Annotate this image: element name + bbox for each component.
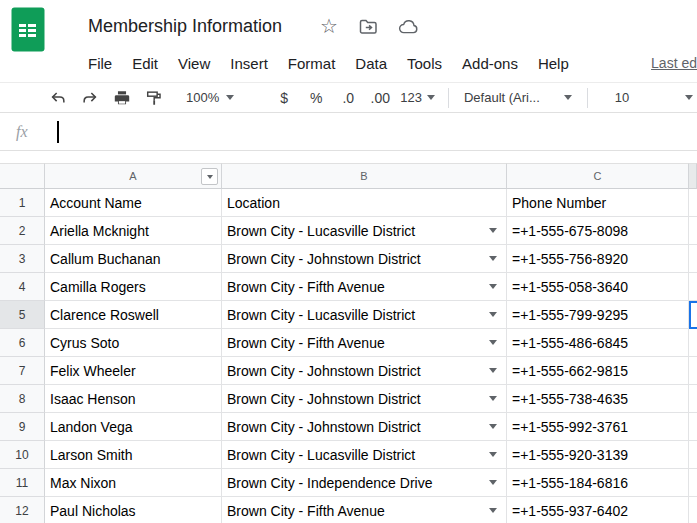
dropdown-arrow-icon[interactable] (489, 340, 497, 345)
cell-d-partial[interactable] (689, 217, 697, 245)
cell-name[interactable]: Landon Vega (45, 413, 222, 441)
cell-name[interactable]: Paul Nicholas (45, 497, 222, 523)
redo-button[interactable] (78, 86, 102, 110)
menu-format[interactable]: Format (278, 55, 346, 72)
cell-phone[interactable]: =+1-555-675-8098 (507, 217, 689, 245)
dropdown-arrow-icon[interactable] (489, 284, 497, 289)
row-header[interactable]: 7 (0, 357, 45, 385)
cell-phone[interactable]: =+1-555-992-3761 (507, 413, 689, 441)
row-header[interactable]: 10 (0, 441, 45, 469)
cell-location[interactable]: Brown City - Lucasville District (222, 217, 507, 245)
dropdown-arrow-icon[interactable] (489, 312, 497, 317)
cell-location[interactable]: Brown City - Fifth Avenue (222, 273, 507, 301)
cell-d-partial[interactable] (689, 413, 697, 441)
cell-d-partial[interactable] (689, 357, 697, 385)
cell-name[interactable]: Clarence Roswell (45, 301, 222, 329)
cell-d-partial[interactable] (689, 497, 697, 523)
dropdown-arrow-icon[interactable] (489, 368, 497, 373)
row-header[interactable]: 12 (0, 497, 45, 523)
cell-name[interactable]: Felix Wheeler (45, 357, 222, 385)
last-edit-link[interactable]: Last ed (651, 55, 697, 71)
cell-phone[interactable]: =+1-555-058-3640 (507, 273, 689, 301)
font-size-dropdown-arrow-icon[interactable] (685, 95, 693, 100)
row-header[interactable]: 3 (0, 245, 45, 273)
cell-location[interactable]: Brown City - Johnstown District (222, 357, 507, 385)
format-currency-button[interactable]: $ (272, 86, 296, 110)
cell-location[interactable]: Brown City - Independence Drive (222, 469, 507, 497)
formula-input[interactable] (28, 113, 697, 150)
dropdown-arrow-icon[interactable] (489, 508, 497, 513)
cell-name[interactable]: Camilla Rogers (45, 273, 222, 301)
filter-button[interactable] (201, 168, 218, 185)
dropdown-arrow-icon[interactable] (489, 480, 497, 485)
cell-location[interactable]: Brown City - Lucasville District (222, 441, 507, 469)
column-header-b[interactable]: B (222, 163, 507, 189)
cell-d-partial[interactable] (689, 441, 697, 469)
font-size-select[interactable]: 10 (611, 86, 633, 110)
cell-name[interactable]: Callum Buchanan (45, 245, 222, 273)
move-folder-icon[interactable] (358, 16, 378, 36)
cell-location[interactable]: Location (222, 189, 507, 217)
row-header[interactable]: 6 (0, 329, 45, 357)
dropdown-arrow-icon[interactable] (489, 256, 497, 261)
cell-name[interactable]: Larson Smith (45, 441, 222, 469)
cell-name[interactable]: Cyrus Soto (45, 329, 222, 357)
format-percent-button[interactable]: % (304, 86, 328, 110)
cell-d-partial[interactable] (689, 329, 697, 357)
paint-format-button[interactable] (142, 86, 166, 110)
dropdown-arrow-icon[interactable] (489, 452, 497, 457)
column-header-a[interactable]: A (45, 163, 222, 189)
cell-phone[interactable]: =+1-555-486-6845 (507, 329, 689, 357)
column-header-c[interactable]: C (507, 163, 689, 189)
cell-d-partial[interactable] (689, 245, 697, 273)
menu-data[interactable]: Data (345, 55, 397, 72)
menu-edit[interactable]: Edit (122, 55, 168, 72)
cell-phone[interactable]: =+1-555-920-3139 (507, 441, 689, 469)
zoom-select[interactable]: 100% (186, 86, 234, 110)
cell-location[interactable]: Brown City - Fifth Avenue (222, 497, 507, 523)
dropdown-arrow-icon[interactable] (489, 424, 497, 429)
cell-location[interactable]: Brown City - Johnstown District (222, 385, 507, 413)
cell-phone[interactable]: =+1-555-738-4635 (507, 385, 689, 413)
cell-phone[interactable]: =+1-555-184-6816 (507, 469, 689, 497)
row-header[interactable]: 4 (0, 273, 45, 301)
cell-name[interactable]: Max Nixon (45, 469, 222, 497)
increase-decimal-button[interactable]: .00 (368, 86, 392, 110)
menu-addons[interactable]: Add-ons (452, 55, 528, 72)
row-header-selected[interactable]: 5 (0, 301, 45, 329)
menu-help[interactable]: Help (528, 55, 579, 72)
cell-location[interactable]: Brown City - Johnstown District (222, 413, 507, 441)
cell-phone[interactable]: Phone Number (507, 189, 689, 217)
dropdown-arrow-icon[interactable] (489, 396, 497, 401)
cell-location[interactable]: Brown City - Fifth Avenue (222, 329, 507, 357)
row-header[interactable]: 1 (0, 189, 45, 217)
star-icon[interactable]: ☆ (320, 16, 338, 36)
cell-name[interactable]: Ariella Mcknight (45, 217, 222, 245)
cell-name[interactable]: Account Name (45, 189, 222, 217)
row-header[interactable]: 9 (0, 413, 45, 441)
print-button[interactable] (110, 86, 134, 110)
sheets-logo[interactable] (11, 7, 45, 56)
more-formats-button[interactable]: 123 (400, 86, 435, 110)
undo-button[interactable] (46, 86, 70, 110)
cell-d-partial[interactable] (689, 189, 697, 217)
cloud-status-icon[interactable] (398, 18, 419, 35)
font-family-select[interactable]: Default (Ari... (462, 86, 574, 110)
cell-d-partial[interactable] (689, 469, 697, 497)
cell-location[interactable]: Brown City - Johnstown District (222, 245, 507, 273)
cell-d-partial[interactable] (689, 385, 697, 413)
cell-phone[interactable]: =+1-555-937-6402 (507, 497, 689, 523)
cell-location[interactable]: Brown City - Lucasville District (222, 301, 507, 329)
dropdown-arrow-icon[interactable] (489, 228, 497, 233)
select-all-corner[interactable] (0, 163, 45, 189)
menu-tools[interactable]: Tools (397, 55, 452, 72)
menu-insert[interactable]: Insert (220, 55, 278, 72)
menu-file[interactable]: File (78, 55, 122, 72)
row-header[interactable]: 8 (0, 385, 45, 413)
cell-phone[interactable]: =+1-555-756-8920 (507, 245, 689, 273)
cell-phone[interactable]: =+1-555-799-9295 (507, 301, 689, 329)
row-header[interactable]: 11 (0, 469, 45, 497)
menu-view[interactable]: View (168, 55, 220, 72)
cell-d-partial[interactable] (689, 273, 697, 301)
row-header[interactable]: 2 (0, 217, 45, 245)
